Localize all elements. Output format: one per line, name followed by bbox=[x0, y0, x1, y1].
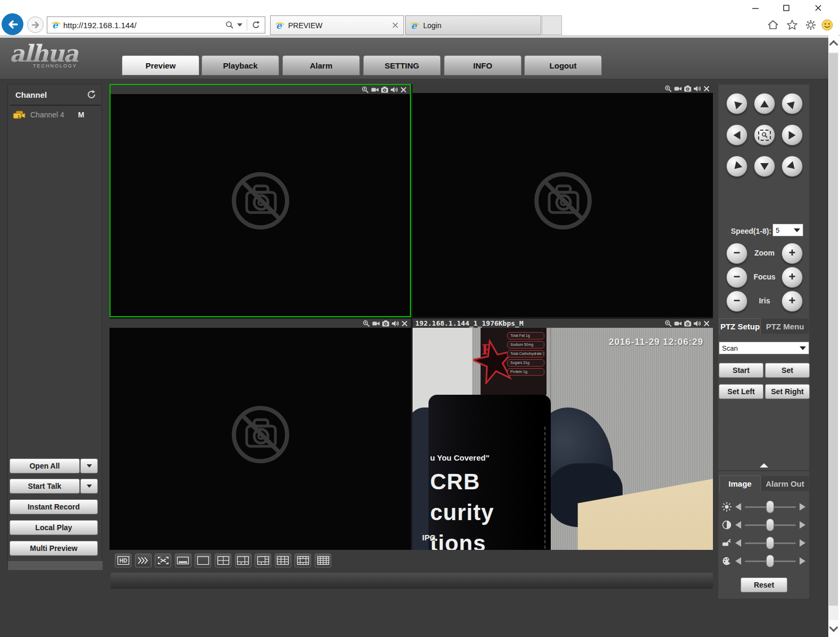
start-talk-button[interactable]: Start Talk bbox=[10, 479, 80, 494]
ptz-function-select[interactable]: Scan bbox=[719, 342, 809, 354]
ptz-set-left-button[interactable]: Set Left bbox=[719, 384, 763, 399]
search-icon[interactable] bbox=[225, 21, 234, 29]
ptz-set-right-button[interactable]: Set Right bbox=[765, 384, 810, 399]
split-4-button[interactable] bbox=[215, 554, 231, 567]
image-reset-button[interactable]: Reset bbox=[741, 577, 787, 592]
browser-tab-preview[interactable]: e PREVIEW bbox=[270, 15, 404, 35]
brightness-slider-thumb[interactable] bbox=[766, 500, 774, 513]
audio-icon[interactable] bbox=[390, 86, 398, 94]
feedback-smiley-icon[interactable] bbox=[820, 18, 834, 32]
digital-zoom-icon[interactable] bbox=[665, 320, 672, 327]
focus-minus-button[interactable]: − bbox=[726, 267, 747, 288]
close-icon[interactable] bbox=[703, 85, 710, 92]
contrast-decrease-arrow[interactable] bbox=[735, 521, 741, 529]
record-icon[interactable] bbox=[674, 320, 682, 327]
collapse-panel-arrow[interactable] bbox=[760, 463, 768, 468]
local-play-button[interactable]: Local Play bbox=[10, 520, 98, 535]
split-9-button[interactable] bbox=[275, 554, 291, 567]
tab-logout[interactable]: Logout bbox=[524, 55, 602, 75]
close-icon[interactable] bbox=[400, 86, 407, 94]
split-8-button[interactable] bbox=[255, 554, 271, 567]
address-bar[interactable]: e http://192.168.1.144/ bbox=[47, 16, 265, 33]
window-minimize-button[interactable] bbox=[746, 2, 765, 14]
iris-minus-button[interactable]: − bbox=[726, 291, 747, 312]
window-maximize-button[interactable] bbox=[777, 2, 795, 14]
open-all-dropdown-button[interactable] bbox=[80, 458, 98, 473]
snapshot-icon[interactable] bbox=[382, 320, 389, 327]
fullscreen-button[interactable] bbox=[155, 554, 171, 567]
saturation-slider-thumb[interactable] bbox=[766, 537, 774, 549]
tab-ptz-menu[interactable]: PTZ Menu bbox=[761, 318, 809, 334]
channel-list-item[interactable]: 1 Channel 4 M bbox=[8, 108, 102, 122]
focus-plus-button[interactable]: + bbox=[782, 267, 803, 288]
tab-image[interactable]: Image bbox=[719, 475, 761, 491]
hue-slider-thumb[interactable] bbox=[766, 555, 774, 567]
scrollbar-thumb[interactable] bbox=[829, 53, 838, 606]
split-6-button[interactable] bbox=[235, 554, 251, 567]
tab-alarm[interactable]: Alarm bbox=[282, 55, 360, 75]
digital-zoom-icon[interactable] bbox=[362, 86, 369, 94]
new-tab-stub[interactable] bbox=[542, 15, 562, 35]
ptz-set-button[interactable]: Set bbox=[765, 363, 810, 378]
ptz-up-right-button[interactable] bbox=[782, 93, 803, 114]
digital-zoom-icon[interactable] bbox=[363, 320, 370, 327]
close-icon[interactable] bbox=[401, 320, 408, 327]
video-pane-3[interactable] bbox=[110, 319, 411, 550]
hue-increase-arrow[interactable] bbox=[800, 557, 805, 565]
record-icon[interactable] bbox=[674, 85, 682, 92]
record-icon[interactable] bbox=[371, 86, 379, 94]
zoom-minus-button[interactable]: − bbox=[726, 243, 747, 264]
ptz-right-button[interactable] bbox=[782, 124, 803, 146]
digital-zoom-icon[interactable] bbox=[665, 85, 672, 92]
widescreen-button[interactable] bbox=[175, 554, 191, 567]
home-icon[interactable] bbox=[766, 18, 780, 32]
window-close-button[interactable] bbox=[809, 2, 827, 14]
tab-preview[interactable]: Preview bbox=[122, 55, 199, 75]
ptz-down-left-button[interactable] bbox=[726, 156, 747, 177]
tab-close-icon[interactable] bbox=[392, 22, 398, 28]
snapshot-icon[interactable] bbox=[684, 320, 691, 327]
audio-icon[interactable] bbox=[693, 320, 701, 327]
url-text[interactable]: http://192.168.1.144/ bbox=[63, 21, 225, 30]
fluency-button[interactable] bbox=[135, 554, 152, 567]
ptz-up-button[interactable] bbox=[754, 93, 775, 114]
refresh-channels-icon[interactable] bbox=[86, 89, 96, 100]
address-dropdown-caret[interactable] bbox=[237, 23, 242, 27]
tab-info[interactable]: INFO bbox=[444, 55, 522, 75]
browser-tab-login[interactable]: e Login bbox=[405, 15, 541, 35]
split-16-button[interactable] bbox=[315, 554, 331, 567]
snapshot-icon[interactable] bbox=[381, 86, 388, 94]
ptz-down-button[interactable] bbox=[754, 156, 775, 177]
tab-alarm-out[interactable]: Alarm Out bbox=[761, 475, 809, 491]
refresh-icon[interactable] bbox=[251, 21, 261, 30]
snapshot-icon[interactable] bbox=[684, 85, 691, 92]
brightness-increase-arrow[interactable] bbox=[800, 503, 805, 511]
audio-icon[interactable] bbox=[391, 320, 399, 327]
contrast-increase-arrow[interactable] bbox=[800, 521, 805, 529]
ptz-quick-position-button[interactable] bbox=[754, 124, 775, 146]
settings-gear-icon[interactable] bbox=[804, 18, 818, 32]
tab-setting[interactable]: SETTING bbox=[363, 55, 441, 75]
page-scrollbar[interactable] bbox=[828, 35, 838, 637]
saturation-decrease-arrow[interactable] bbox=[735, 539, 741, 547]
speed-select[interactable]: 5 bbox=[772, 224, 803, 236]
open-all-button[interactable]: Open All bbox=[10, 458, 80, 473]
scroll-up-button[interactable] bbox=[828, 35, 838, 52]
tab-ptz-setup[interactable]: PTZ Setup bbox=[719, 318, 761, 334]
saturation-increase-arrow[interactable] bbox=[800, 539, 805, 547]
favorites-star-icon[interactable] bbox=[785, 18, 799, 32]
video-pane-2[interactable] bbox=[413, 84, 713, 317]
ptz-left-button[interactable] bbox=[726, 124, 747, 146]
image-quality-hd-button[interactable]: HD bbox=[115, 554, 131, 567]
video-pane-4-live[interactable]: 192.168.1.144_1_1976Kbps_M R bbox=[413, 319, 713, 550]
iris-plus-button[interactable]: + bbox=[782, 291, 803, 312]
ptz-start-button[interactable]: Start bbox=[719, 363, 763, 378]
record-icon[interactable] bbox=[372, 320, 380, 327]
scroll-down-button[interactable] bbox=[828, 620, 838, 637]
brightness-decrease-arrow[interactable] bbox=[735, 503, 741, 511]
close-icon[interactable] bbox=[703, 320, 710, 327]
browser-back-button[interactable] bbox=[2, 13, 23, 35]
ptz-down-right-button[interactable] bbox=[782, 156, 803, 177]
hue-decrease-arrow[interactable] bbox=[735, 557, 741, 565]
contrast-slider-thumb[interactable] bbox=[766, 519, 774, 531]
